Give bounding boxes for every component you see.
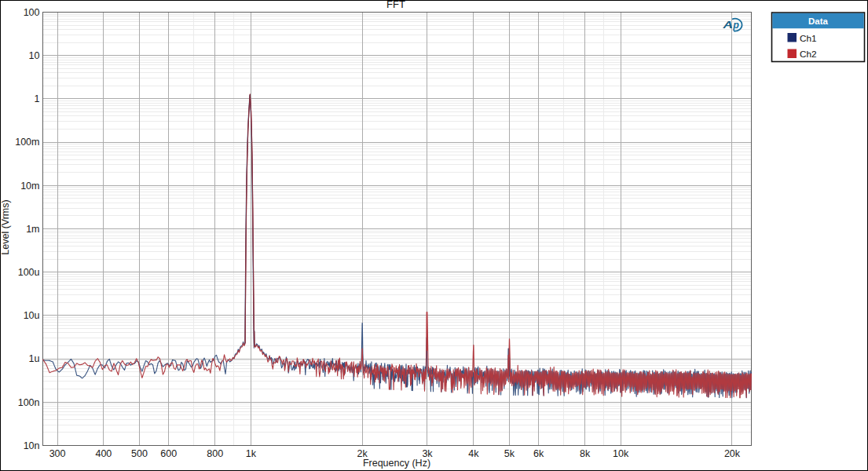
svg-text:600: 600: [160, 448, 177, 459]
svg-text:10n: 10n: [24, 440, 40, 451]
svg-text:20k: 20k: [724, 448, 741, 459]
svg-text:100n: 100n: [18, 397, 40, 408]
svg-text:1u: 1u: [29, 353, 40, 364]
svg-text:8k: 8k: [580, 448, 591, 459]
svg-text:5k: 5k: [504, 448, 515, 459]
svg-text:1m: 1m: [26, 224, 39, 235]
svg-text:Frequency (Hz): Frequency (Hz): [363, 458, 430, 469]
svg-text:100u: 100u: [18, 267, 40, 278]
svg-text:Level (Vrms): Level (Vrms): [0, 199, 11, 254]
svg-text:Ch2: Ch2: [800, 49, 817, 60]
svg-text:10k: 10k: [613, 448, 629, 459]
svg-text:10m: 10m: [20, 181, 39, 192]
svg-text:A: A: [722, 19, 733, 31]
svg-text:300: 300: [49, 448, 66, 459]
svg-text:Data: Data: [808, 16, 829, 26]
svg-text:1k: 1k: [246, 448, 257, 459]
svg-text:4k: 4k: [468, 448, 479, 459]
svg-text:500: 500: [131, 448, 148, 459]
svg-text:10u: 10u: [24, 310, 40, 321]
svg-text:10: 10: [29, 50, 40, 61]
svg-text:400: 400: [95, 448, 112, 459]
svg-text:Ch1: Ch1: [800, 33, 817, 44]
svg-text:100m: 100m: [15, 137, 39, 148]
svg-text:100: 100: [24, 7, 40, 18]
svg-text:FFT: FFT: [386, 0, 405, 10]
svg-text:p: p: [732, 20, 739, 31]
svg-text:1: 1: [35, 93, 40, 104]
svg-text:800: 800: [207, 448, 223, 459]
svg-text:6k: 6k: [533, 448, 544, 459]
